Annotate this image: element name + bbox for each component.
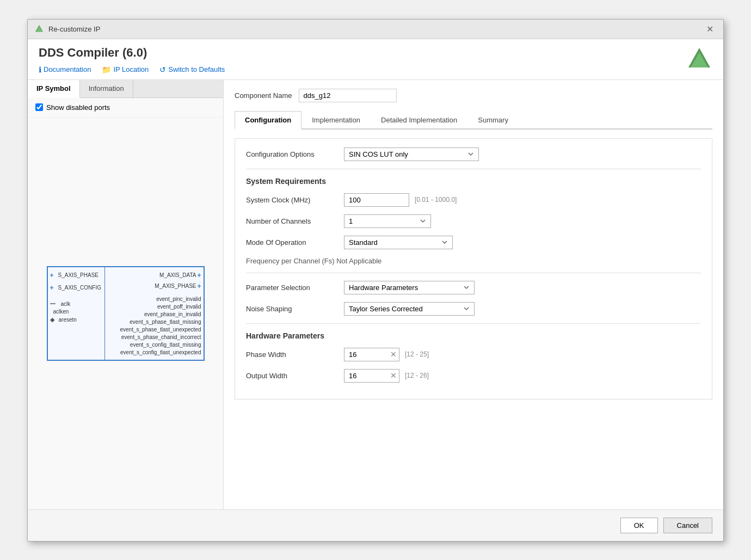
tab-information[interactable]: Information: [80, 80, 133, 97]
switch-defaults-label: Switch to Defaults: [168, 65, 225, 73]
m-axis-phase-port: M_AXIS_PHASE: [155, 283, 196, 289]
event-s-phase-tlast-missing-port: event_s_phase_tlast_missing: [130, 319, 201, 325]
s-axis-phase-plus: +: [50, 272, 54, 279]
event-s-config-tlast-missing-port: event_s_config_tlast_missing: [130, 342, 201, 348]
m-axis-phase-plus: +: [197, 282, 201, 290]
dialog-window: Re-customize IP ✕ DDS Compiler (6.0) ℹ D…: [27, 19, 724, 541]
header-bar: DDS Compiler (6.0) ℹ Documentation 📁 IP …: [28, 39, 723, 80]
main-content: IP Symbol Information Show disabled port…: [28, 80, 723, 509]
output-width-clear-button[interactable]: ✕: [388, 371, 399, 380]
right-panel: Component Name Configuration Implementat…: [224, 80, 723, 509]
tab-configuration[interactable]: Configuration: [235, 111, 301, 130]
component-name-label: Component Name: [235, 91, 292, 100]
phase-width-range: [12 - 25]: [405, 350, 429, 358]
system-clock-input[interactable]: [344, 193, 409, 207]
system-clock-range: [0.01 - 1000.0]: [415, 196, 457, 204]
aresetn-port: aresetn: [56, 317, 77, 323]
output-width-label: Output Width: [246, 372, 338, 380]
tab-ip-symbol[interactable]: IP Symbol: [28, 80, 80, 98]
event-pinc-invalid-port: event_pinc_invalid: [156, 296, 201, 302]
m-axis-data-port: M_AXIS_DATA: [159, 272, 196, 278]
event-poff-invalid-port: event_poff_invalid: [157, 304, 201, 310]
left-tabs: IP Symbol Information: [28, 80, 223, 98]
num-channels-label: Number of Channels: [246, 217, 338, 225]
config-options-select[interactable]: SIN COS LUT only Phase Generator and SIN…: [344, 147, 479, 161]
noise-shaping-select[interactable]: Taylor Series Corrected None Phase Dithe…: [344, 302, 475, 316]
aclken-port: aclken: [50, 309, 69, 315]
aclk-connector: [50, 303, 56, 304]
titlebar: Re-customize IP ✕: [28, 20, 723, 39]
freq-per-channel-info: Frequency per Channel (Fs) Not Applicabl…: [246, 257, 701, 265]
output-width-input[interactable]: [344, 370, 388, 382]
ip-location-link[interactable]: 📁 IP Location: [102, 65, 149, 74]
tab-implementation[interactable]: Implementation: [301, 111, 371, 130]
s-axis-config-port: S_AXIS_CONFIG: [55, 285, 101, 291]
aclk-port: aclk: [58, 301, 71, 307]
left-panel: IP Symbol Information Show disabled port…: [28, 80, 224, 509]
mode-of-operation-label: Mode Of Operation: [246, 238, 338, 247]
phase-width-clear-button[interactable]: ✕: [388, 350, 399, 359]
event-s-phase-chanid-incorrect-port: event_s_phase_chanid_incorrect: [121, 334, 201, 340]
num-channels-row: Number of Channels 1 2 4 8: [246, 214, 701, 228]
noise-shaping-row: Noise Shaping Taylor Series Corrected No…: [246, 302, 701, 316]
tab-summary[interactable]: Summary: [467, 111, 519, 130]
num-channels-select[interactable]: 1 2 4 8: [344, 214, 431, 228]
hardware-parameters-title: Hardware Parameters: [246, 331, 701, 340]
info-icon: ℹ: [39, 65, 41, 74]
configuration-section: Configuration Options SIN COS LUT only P…: [235, 138, 712, 399]
vivado-logo: [686, 46, 712, 72]
event-s-config-tlast-unexpected-port: event_s_config_tlast_unexpected: [120, 349, 201, 355]
folder-icon: 📁: [102, 65, 111, 74]
s-axis-config-plus: +: [50, 284, 54, 292]
config-options-row: Configuration Options SIN COS LUT only P…: [246, 147, 701, 161]
phase-width-input[interactable]: [344, 348, 388, 361]
cancel-button[interactable]: Cancel: [663, 518, 712, 533]
show-disabled-ports-checkbox[interactable]: [35, 103, 43, 111]
mode-of-operation-select[interactable]: Standard Rasterized: [344, 236, 453, 249]
output-width-range: [12 - 26]: [405, 372, 429, 379]
titlebar-left: Re-customize IP: [34, 24, 100, 34]
divider-2: [246, 273, 701, 273]
system-requirements-title: System Requirements: [246, 177, 701, 186]
aresetn-diamond: ◆: [50, 316, 54, 323]
system-clock-row: System Clock (MHz) [0.01 - 1000.0]: [246, 193, 701, 207]
app-icon: [34, 24, 44, 34]
tab-detailed-implementation[interactable]: Detailed Implementation: [371, 111, 467, 130]
divider-3: [246, 323, 701, 324]
ip-location-label: IP Location: [113, 65, 149, 73]
component-name-row: Component Name: [235, 89, 712, 102]
event-phase-in-invalid-port: event_phase_in_invalid: [144, 311, 201, 317]
close-button[interactable]: ✕: [703, 23, 717, 35]
s-axis-phase-port: S_AXIS_PHASE: [55, 272, 99, 278]
noise-shaping-label: Noise Shaping: [246, 305, 338, 313]
documentation-link[interactable]: ℹ Documentation: [39, 65, 91, 74]
header-links: ℹ Documentation 📁 IP Location ↺ Switch t…: [39, 65, 225, 74]
refresh-icon: ↺: [159, 65, 166, 74]
phase-width-field-wrapper: ✕: [344, 348, 399, 361]
switch-defaults-link[interactable]: ↺ Switch to Defaults: [159, 65, 225, 74]
titlebar-title: Re-customize IP: [48, 25, 100, 33]
phase-width-label: Phase Width: [246, 350, 338, 359]
parameter-selection-row: Parameter Selection Hardware Parameters …: [246, 281, 701, 294]
m-axis-data-plus: +: [197, 272, 201, 279]
parameter-selection-select[interactable]: Hardware Parameters System Parameters: [344, 281, 475, 294]
documentation-label: Documentation: [44, 65, 91, 73]
config-options-label: Configuration Options: [246, 150, 338, 158]
phase-width-row: Phase Width ✕ [12 - 25]: [246, 348, 701, 361]
ip-block: + S_AXIS_PHASE + S_AXIS_CONFIG aclk: [47, 266, 205, 361]
output-width-row: Output Width ✕ [12 - 26]: [246, 369, 701, 383]
config-tabs: Configuration Implementation Detailed Im…: [235, 111, 712, 130]
ip-symbol-area: + S_AXIS_PHASE + S_AXIS_CONFIG aclk: [28, 118, 223, 509]
event-s-phase-tlast-unexpected-port: event_s_phase_tlast_unexpected: [120, 327, 201, 333]
divider-1: [246, 169, 701, 169]
app-title: DDS Compiler (6.0): [39, 46, 225, 60]
output-width-field-wrapper: ✕: [344, 369, 399, 383]
parameter-selection-label: Parameter Selection: [246, 284, 338, 292]
footer-bar: OK Cancel: [28, 509, 723, 541]
component-name-input[interactable]: [299, 89, 397, 102]
mode-of-operation-row: Mode Of Operation Standard Rasterized: [246, 236, 701, 249]
ok-button[interactable]: OK: [620, 518, 658, 533]
system-clock-label: System Clock (MHz): [246, 196, 338, 204]
show-disabled-ports-label: Show disabled ports: [46, 103, 110, 112]
show-disabled-ports-row: Show disabled ports: [28, 98, 223, 118]
